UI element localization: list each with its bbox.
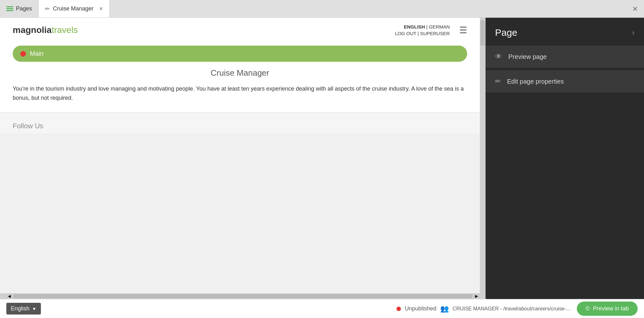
scroll-left-arrow[interactable]: ◀	[6, 293, 12, 299]
username: SUPERUSER	[420, 31, 450, 36]
preview-page-label: Preview page	[508, 53, 547, 60]
cruise-manager-tab[interactable]: ✏ Cruise Manager ×	[38, 0, 110, 17]
lang-german[interactable]: GERMAN	[429, 24, 450, 29]
right-panel-title: Page	[495, 27, 517, 38]
page-scroll-container: magnoliatravels ENGLISH | GERMAN LOG	[0, 18, 486, 293]
preview-page-item[interactable]: 👁 Preview page	[486, 46, 644, 68]
hamburger-menu-icon[interactable]: ☰	[459, 25, 467, 35]
right-panel-expand-icon[interactable]: ›	[632, 28, 634, 37]
logo-travels: travels	[52, 25, 78, 35]
language-selector[interactable]: English ▼	[6, 303, 41, 315]
logout-link[interactable]: LOG OUT	[395, 31, 416, 36]
unpublished-dot	[396, 307, 401, 311]
language-dropdown-icon: ▼	[32, 306, 36, 311]
close-tab-button[interactable]: ×	[99, 5, 103, 12]
edit-page-properties-item[interactable]: ✏ Edit page properties	[486, 70, 644, 92]
preview-in-tab-button[interactable]: © Preview in tab	[577, 302, 638, 316]
tab-bar: Pages ✏ Cruise Manager × ×	[0, 0, 644, 18]
vertical-scrollbar[interactable]	[480, 18, 486, 293]
eye-icon: 👁	[495, 53, 502, 61]
pencil-icon: ✏	[495, 77, 501, 86]
page-footer: Follow Us	[0, 112, 480, 133]
site-nav-user: LOG OUT | SUPERUSER	[395, 31, 450, 36]
status-bar: English ▼ Unpublished 👥 CRUISE MANAGER -…	[0, 299, 644, 318]
preview-btn-label: Preview in tab	[593, 305, 629, 312]
edit-properties-label: Edit page properties	[507, 78, 564, 85]
horizontal-scroll-thumb[interactable]	[13, 294, 472, 298]
main-status-dot	[20, 51, 26, 57]
main-area: magnoliatravels ENGLISH | GERMAN LOG	[0, 18, 644, 299]
preview-btn-icon: ©	[586, 305, 590, 312]
main-component-bar[interactable]: Main	[13, 46, 467, 62]
page-content: magnoliatravels ENGLISH | GERMAN LOG	[0, 18, 480, 133]
pages-tab-label: Pages	[16, 5, 32, 12]
page-editor: magnoliatravels ENGLISH | GERMAN LOG	[0, 18, 486, 299]
language-label: English	[11, 305, 29, 312]
page-path-icon: 👥	[440, 305, 449, 313]
lang-separator: |	[426, 24, 428, 29]
main-component-label: Main	[30, 50, 43, 57]
close-window-button[interactable]: ×	[633, 4, 638, 14]
status-center: Unpublished 👥 CRUISE MANAGER - /travel/a…	[396, 305, 570, 313]
page-scroll-area: magnoliatravels ENGLISH | GERMAN LOG	[0, 18, 480, 293]
article-body: You're in the tourism industry and love …	[13, 84, 467, 103]
pages-tab[interactable]: Pages	[0, 0, 38, 17]
site-logo: magnoliatravels	[13, 25, 78, 35]
site-header: magnoliatravels ENGLISH | GERMAN LOG	[0, 18, 480, 39]
lang-english[interactable]: ENGLISH	[404, 24, 425, 29]
page-path-text: CRUISE MANAGER - /travel/about/careers/c…	[453, 306, 570, 312]
scroll-right-arrow[interactable]: ▶	[473, 293, 479, 299]
page-article: Cruise Manager You're in the tourism ind…	[0, 65, 480, 112]
footer-heading: Follow Us	[13, 122, 467, 130]
site-nav: ENGLISH | GERMAN LOG OUT | SUPERUSER	[395, 24, 450, 36]
site-header-right: ENGLISH | GERMAN LOG OUT | SUPERUSER	[395, 24, 467, 36]
auth-separator: |	[418, 31, 419, 36]
horizontal-scrollbar[interactable]: ◀ ▶	[0, 293, 486, 299]
article-title: Cruise Manager	[13, 68, 467, 78]
vertical-scroll-thumb[interactable]	[480, 20, 485, 46]
site-nav-langs: ENGLISH | GERMAN	[404, 24, 450, 29]
logo-magnolia: magnolia	[13, 25, 52, 35]
unpublished-label: Unpublished	[405, 305, 436, 312]
pages-icon	[6, 6, 13, 11]
right-panel-header: Page ›	[486, 18, 644, 44]
right-panel: Page › 👁 Preview page ✏ Edit page proper…	[486, 18, 644, 299]
edit-icon: ✏	[45, 5, 50, 12]
active-tab-label: Cruise Manager	[53, 5, 93, 12]
